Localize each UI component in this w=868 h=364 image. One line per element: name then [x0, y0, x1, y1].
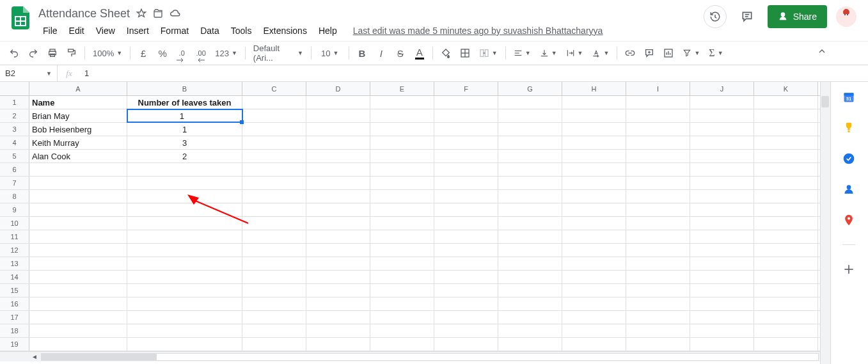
- row-header[interactable]: 14: [0, 271, 29, 283]
- cell[interactable]: [754, 284, 818, 297]
- cell[interactable]: [754, 324, 818, 337]
- sheets-logo[interactable]: [8, 5, 33, 31]
- cell[interactable]: [754, 109, 818, 122]
- contacts-icon[interactable]: [842, 183, 855, 196]
- cell[interactable]: [690, 96, 754, 109]
- menu-file[interactable]: File: [38, 23, 62, 38]
- row-header[interactable]: 1: [0, 96, 29, 109]
- cell[interactable]: [242, 338, 306, 351]
- col-header[interactable]: C: [242, 82, 306, 95]
- cell[interactable]: [370, 244, 434, 257]
- cell[interactable]: [127, 338, 242, 351]
- cell[interactable]: [498, 271, 562, 283]
- cell[interactable]: [562, 297, 626, 310]
- cell[interactable]: [690, 109, 754, 122]
- cell[interactable]: [370, 217, 434, 230]
- cell[interactable]: [434, 217, 498, 230]
- row-header[interactable]: 15: [0, 284, 29, 297]
- row-header[interactable]: 4: [0, 136, 29, 149]
- cell[interactable]: [498, 190, 562, 203]
- cell[interactable]: [29, 324, 127, 337]
- filter-icon[interactable]: ▼: [679, 45, 704, 61]
- insert-comment-icon[interactable]: [640, 44, 658, 62]
- cell[interactable]: [626, 311, 690, 324]
- cell[interactable]: Bob Heisenberg: [29, 123, 127, 136]
- cell[interactable]: [690, 230, 754, 243]
- name-box[interactable]: B2▼: [0, 65, 58, 81]
- cell[interactable]: 2: [127, 150, 242, 162]
- cell[interactable]: [434, 324, 498, 337]
- cell[interactable]: [626, 297, 690, 310]
- cell[interactable]: [626, 217, 690, 230]
- cell[interactable]: [434, 190, 498, 203]
- menu-data[interactable]: Data: [196, 23, 224, 38]
- cell[interactable]: [498, 203, 562, 216]
- tasks-icon[interactable]: [842, 152, 855, 165]
- italic-icon[interactable]: I: [372, 44, 390, 62]
- col-header[interactable]: I: [626, 82, 690, 95]
- cell[interactable]: [434, 123, 498, 136]
- cell[interactable]: [562, 150, 626, 162]
- cell[interactable]: Alan Cook: [29, 150, 127, 162]
- cell[interactable]: [626, 109, 690, 122]
- cell[interactable]: [690, 338, 754, 351]
- cell[interactable]: [242, 244, 306, 257]
- cell[interactable]: [626, 96, 690, 109]
- cell[interactable]: [562, 203, 626, 216]
- select-all-corner[interactable]: [0, 82, 29, 95]
- cell[interactable]: [498, 244, 562, 257]
- cell[interactable]: [127, 297, 242, 310]
- cell[interactable]: [498, 338, 562, 351]
- cell[interactable]: [306, 271, 370, 283]
- cell[interactable]: [626, 123, 690, 136]
- cell[interactable]: [498, 136, 562, 149]
- cell[interactable]: [29, 284, 127, 297]
- cell[interactable]: [29, 177, 127, 189]
- row-header[interactable]: 16: [0, 297, 29, 310]
- cell[interactable]: [626, 177, 690, 189]
- collapse-toolbar-icon[interactable]: [817, 46, 827, 58]
- menu-view[interactable]: View: [91, 23, 120, 38]
- cell[interactable]: [562, 177, 626, 189]
- cell[interactable]: [754, 123, 818, 136]
- cell[interactable]: [434, 338, 498, 351]
- cell[interactable]: [370, 190, 434, 203]
- row-header[interactable]: 9: [0, 203, 29, 216]
- cell[interactable]: [306, 284, 370, 297]
- cell[interactable]: [127, 190, 242, 203]
- cell[interactable]: [29, 190, 127, 203]
- strikethrough-icon[interactable]: S: [391, 44, 409, 62]
- cell[interactable]: [754, 230, 818, 243]
- cell[interactable]: [370, 271, 434, 283]
- cell[interactable]: [127, 257, 242, 270]
- cell[interactable]: [127, 324, 242, 337]
- decrease-decimal-icon[interactable]: .0: [173, 44, 191, 62]
- cell[interactable]: [370, 203, 434, 216]
- cell[interactable]: [562, 311, 626, 324]
- col-header[interactable]: A: [29, 82, 127, 95]
- keep-icon[interactable]: [842, 122, 855, 134]
- cell[interactable]: [690, 177, 754, 189]
- cell[interactable]: [690, 284, 754, 297]
- cell[interactable]: [127, 284, 242, 297]
- cell[interactable]: [370, 123, 434, 136]
- cell[interactable]: [127, 230, 242, 243]
- cell[interactable]: [306, 311, 370, 324]
- cell[interactable]: [29, 244, 127, 257]
- cell[interactable]: [754, 177, 818, 189]
- row-header[interactable]: 8: [0, 190, 29, 203]
- cell[interactable]: [434, 177, 498, 189]
- doc-title[interactable]: Attendance Sheet: [38, 7, 130, 20]
- cell[interactable]: [562, 136, 626, 149]
- insert-chart-icon[interactable]: [659, 44, 677, 62]
- cell[interactable]: [754, 163, 818, 176]
- cell[interactable]: [127, 203, 242, 216]
- cell[interactable]: [562, 257, 626, 270]
- cell[interactable]: [562, 324, 626, 337]
- cell[interactable]: [306, 230, 370, 243]
- cell[interactable]: [242, 123, 306, 136]
- cell[interactable]: [306, 190, 370, 203]
- cell[interactable]: [306, 297, 370, 310]
- comments-icon[interactable]: [736, 5, 759, 28]
- fill-color-icon[interactable]: [437, 44, 455, 62]
